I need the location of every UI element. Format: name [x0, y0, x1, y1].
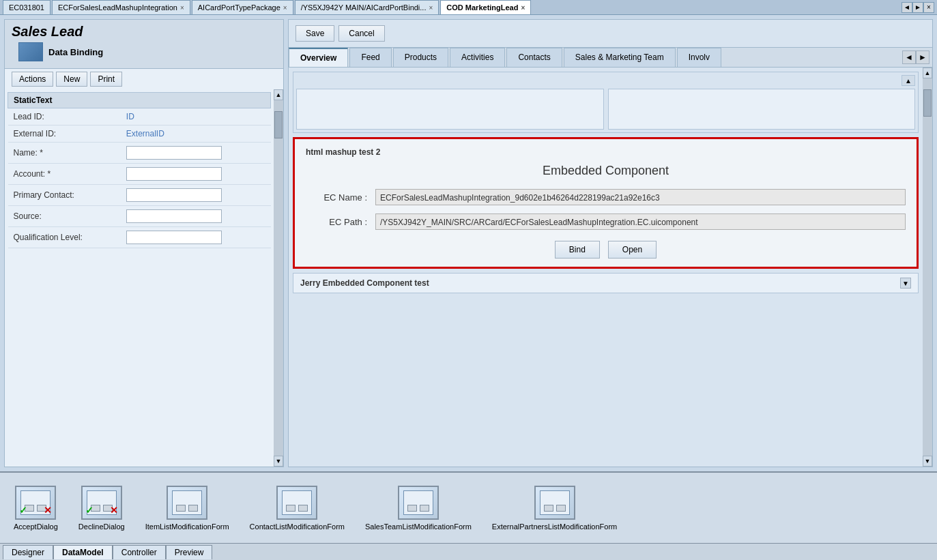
tab-cod[interactable]: COD MarketingLead × [440, 0, 531, 14]
icon-btn [420, 505, 429, 512]
tab-designer[interactable]: Designer [3, 545, 53, 559]
jerry-toggle-button[interactable]: ▼ [900, 278, 911, 289]
field-value: ExternalID [121, 126, 271, 143]
field-input-cell [121, 185, 271, 206]
right-scroll-down[interactable]: ▼ [923, 456, 932, 467]
tab-activities-label: Activities [461, 53, 493, 62]
scroll-thumb[interactable] [274, 111, 283, 138]
icon-btn [188, 505, 198, 512]
tab-datamodel[interactable]: DataModel [53, 545, 113, 559]
data-binding-icon [18, 42, 43, 61]
new-button[interactable]: New [56, 72, 87, 87]
print-button[interactable]: Print [90, 72, 122, 87]
embedded-component-title: Embedded Component [306, 164, 906, 178]
table-row: Name: * [8, 143, 271, 164]
tab-involv[interactable]: Involv [677, 48, 721, 67]
task-ext-partners-mod[interactable]: ExternalPartnersListModificationForm [492, 486, 617, 531]
accept-dialog-icon: ✓ ✕ [15, 486, 56, 520]
tab-aicardport[interactable]: AICardPortTypePackage × [192, 0, 293, 14]
sales-team-mod-icon [398, 486, 439, 520]
bottom-tab-row: Designer DataModel Controller Preview [0, 543, 937, 560]
tab-controller[interactable]: Controller [113, 545, 166, 559]
tab-close-icon[interactable]: × [429, 4, 433, 12]
inner-tab-nav-right[interactable]: ► [916, 50, 929, 64]
sales-lead-title: Sales Lead [12, 24, 276, 40]
item-list-mod-icon [167, 486, 207, 520]
tab-ys5xj[interactable]: /YS5XJ942Y MAIN/AICardPortBindi... × [295, 0, 439, 14]
save-button[interactable]: Save [295, 25, 334, 42]
field-input-cell [121, 227, 271, 248]
task-accept-dialog[interactable]: ✓ ✕ AcceptDialog [14, 486, 58, 531]
tab-label: /YS5XJ942Y MAIN/AICardPortBindi... [301, 3, 427, 12]
open-button[interactable]: Open [608, 241, 657, 259]
x-icon: ✕ [44, 505, 52, 516]
field-input-cell [121, 143, 271, 164]
fields-table: StaticText Lead ID: ID External ID: Exte… [8, 92, 271, 248]
tab-label: EC031801 [9, 3, 44, 12]
tab-close-icon[interactable]: × [180, 4, 184, 12]
tab-contacts[interactable]: Contacts [506, 48, 562, 67]
name-input[interactable] [126, 146, 222, 160]
task-label: ItemListModificationForm [145, 522, 229, 531]
table-row: Account: * [8, 164, 271, 185]
ec-path-input[interactable]: /YS5XJ942Y_MAIN/SRC/ARCard/ECForSalesLea… [375, 213, 906, 230]
data-binding-label: Data Binding [48, 47, 103, 57]
check-icon: ✓ [85, 505, 93, 516]
tab-ecforsales[interactable]: ECForSalesLeadMashupIntegration × [52, 0, 190, 14]
tab-preview-label: Preview [175, 548, 204, 557]
icon-btn [286, 505, 295, 512]
right-scroll-up[interactable]: ▲ [923, 68, 932, 78]
task-label: DeclineDialog [78, 522, 125, 531]
field-label: Account: * [8, 164, 121, 185]
qualification-input[interactable] [126, 231, 222, 244]
inner-tab-nav-left[interactable]: ◄ [902, 50, 916, 64]
icon-btn [544, 505, 553, 512]
tab-label: ECForSalesLeadMashupIntegration [58, 3, 177, 12]
task-decline-dialog[interactable]: ✓ ✕ DeclineDialog [78, 486, 125, 531]
bind-button[interactable]: Bind [555, 241, 600, 259]
tab-feed-label: Feed [361, 53, 379, 62]
right-content: ▲ html mashup test 2 Embedded Component … [289, 68, 923, 467]
source-input[interactable] [126, 209, 222, 223]
tab-nav-left[interactable]: ◄ [902, 2, 912, 13]
tab-controller-label: Controller [121, 548, 157, 557]
overview-cell-2 [608, 89, 916, 130]
right-panel: Save Cancel Overview Feed Products Activ… [288, 19, 933, 467]
ext-partners-mod-icon [534, 486, 575, 520]
table-row: External ID: ExternalID [8, 126, 271, 143]
scroll-down-button[interactable]: ▼ [274, 456, 283, 467]
primary-contact-input[interactable] [126, 188, 222, 202]
ec-name-input[interactable]: ECForSalesLeadMashupIntegration_9d602e1b… [375, 189, 906, 205]
tab-nav-close[interactable]: × [923, 2, 934, 13]
overview-section: ▲ [293, 72, 919, 133]
mashup-title: html mashup test 2 [306, 147, 906, 157]
overview-scroll-up[interactable]: ▲ [902, 75, 915, 86]
task-sales-team-mod[interactable]: SalesTeamListModificationForm [365, 486, 472, 531]
tab-preview[interactable]: Preview [166, 545, 213, 559]
field-label: Source: [8, 206, 121, 227]
account-input[interactable] [126, 167, 222, 181]
tab-products[interactable]: Products [393, 48, 448, 67]
tab-activities[interactable]: Activities [450, 48, 505, 67]
tab-nav-right[interactable]: ► [912, 2, 923, 13]
tab-sales-marketing[interactable]: Sales & Marketing Team [564, 48, 676, 67]
task-contact-list-mod[interactable]: ContactListModificationForm [250, 486, 345, 531]
actions-button[interactable]: Actions [12, 72, 53, 87]
ec-path-row: EC Path : /YS5XJ942Y_MAIN/SRC/ARCard/ECF… [306, 213, 906, 230]
check-icon: ✓ [19, 505, 27, 516]
tab-ec031801[interactable]: EC031801 [3, 0, 51, 14]
table-header: StaticText [8, 93, 271, 108]
table-row: Lead ID: ID [8, 108, 271, 126]
table-row: Qualification Level: [8, 227, 271, 248]
task-item-list-mod[interactable]: ItemListModificationForm [145, 486, 229, 531]
tab-bar-end: ◄ ► × [902, 0, 937, 14]
tab-contacts-label: Contacts [518, 53, 550, 62]
right-scroll-thumb[interactable] [923, 89, 932, 117]
fields-panel-body: StaticText Lead ID: ID External ID: Exte… [5, 89, 283, 467]
tab-overview[interactable]: Overview [289, 48, 348, 67]
tab-close-icon[interactable]: × [521, 4, 525, 12]
scroll-up-button[interactable]: ▲ [274, 89, 283, 100]
tab-feed[interactable]: Feed [349, 48, 391, 67]
cancel-button[interactable]: Cancel [338, 25, 384, 42]
tab-close-icon[interactable]: × [283, 4, 287, 12]
